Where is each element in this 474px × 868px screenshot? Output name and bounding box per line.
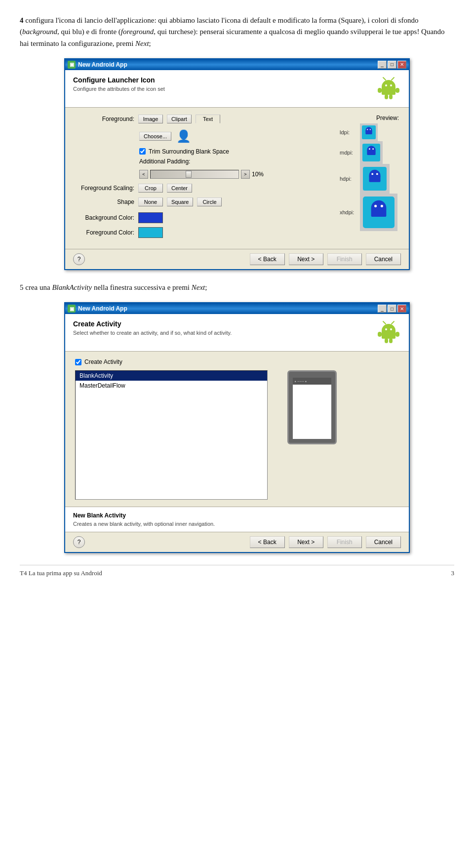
android-logo-container <box>376 76 401 102</box>
svg-rect-12 <box>365 130 372 134</box>
shape-circle-button[interactable]: Circle <box>197 197 222 206</box>
dialog2-content: Create Activity BlankActivity MasterDeta… <box>65 352 409 507</box>
create-activity-checkbox[interactable] <box>75 359 81 365</box>
shape-none-button[interactable]: None <box>138 197 163 206</box>
shape-row: Shape None Square Circle <box>75 197 335 206</box>
foreground-row: Foreground: Image Clipart Text <box>75 115 335 123</box>
tab-clipart-button[interactable]: Clipart <box>167 115 192 123</box>
svg-rect-17 <box>367 150 375 155</box>
dialog1-header-title: Configure Launcher Icon <box>73 76 165 84</box>
dialog2-minimize-button[interactable]: _ <box>378 305 387 313</box>
create-activity-row: Create Activity <box>75 358 399 365</box>
shape-square-button[interactable]: Square <box>167 197 193 206</box>
phone-screen <box>293 385 331 439</box>
slider-left-button[interactable]: < <box>139 170 148 179</box>
shape-label: Shape <box>75 198 134 205</box>
dialog2-header: Create Activity Select whether to create… <box>65 314 409 352</box>
left-panel: Foreground: Image Clipart Text Choose...… <box>75 115 335 242</box>
back-button[interactable]: < Back <box>250 253 285 265</box>
dialog2-title-icon: ▣ <box>68 305 76 313</box>
step5-intro: 5 crea una BlankActivity nella finestra … <box>20 282 454 293</box>
fg-color-row: Foreground Color: <box>75 227 335 238</box>
step4-number: 4 <box>20 16 24 24</box>
svg-rect-22 <box>369 175 380 182</box>
close-button[interactable]: ✕ <box>397 61 406 69</box>
new-blank-section: New Blank Activity Creates a new blank a… <box>65 507 409 532</box>
titlebar-left: ▣ New Android App <box>68 61 127 69</box>
trim-label: Trim Surrounding Blank Space <box>149 148 229 155</box>
right-panel: Preview: ldpi: <box>335 115 399 242</box>
titlebar-buttons: _ □ ✕ <box>378 61 406 69</box>
mdpi-preview-row: mdpi: <box>340 141 399 164</box>
dialog-configure-launcher: ▣ New Android App _ □ ✕ Configure Launch… <box>64 58 410 270</box>
scaling-label: Foreground Scaling: <box>75 185 134 192</box>
step5-text: crea una BlankActivity nella finestra su… <box>25 283 207 291</box>
dialog2-maximize-button[interactable]: □ <box>388 305 396 313</box>
crop-button[interactable]: Crop <box>138 184 163 193</box>
ldpi-android-icon <box>362 125 376 139</box>
ldpi-label: ldpi: <box>340 129 357 135</box>
svg-line-5 <box>392 78 394 80</box>
blank-activity-item[interactable]: BlankActivity <box>76 371 267 381</box>
svg-point-33 <box>390 328 392 330</box>
slider-track[interactable] <box>150 170 239 179</box>
mdpi-label: mdpi: <box>340 150 357 156</box>
android-logo2-icon <box>376 320 401 345</box>
dialog2-help-button[interactable]: ? <box>73 536 85 548</box>
svg-rect-7 <box>395 88 399 93</box>
svg-rect-38 <box>385 338 388 343</box>
dialog1-content: Foreground: Image Clipart Text Choose...… <box>65 108 409 249</box>
tab-text-button[interactable]: Text <box>196 115 220 123</box>
svg-line-4 <box>383 78 386 80</box>
padding-row: Additional Padding: <box>139 158 335 165</box>
create-activity-label: Create Activity <box>84 358 122 365</box>
trim-row: Trim Surrounding Blank Space <box>139 148 335 155</box>
trim-checkbox[interactable] <box>139 148 146 155</box>
mdpi-android-icon <box>362 144 380 161</box>
choose-button[interactable]: Choose... <box>139 132 171 141</box>
svg-rect-39 <box>389 338 393 343</box>
dialog2-next-button[interactable]: Next > <box>289 536 323 548</box>
bg-color-row: Background Color: <box>75 212 335 223</box>
bg-color-swatch[interactable] <box>138 212 163 223</box>
svg-line-35 <box>392 321 394 324</box>
dialog2-back-button[interactable]: < Back <box>250 536 285 548</box>
next-button[interactable]: Next > <box>289 253 323 265</box>
slider-right-button[interactable]: > <box>241 170 250 179</box>
dialog2-title: New Android App <box>78 305 127 312</box>
maximize-button[interactable]: □ <box>388 61 396 69</box>
center-button[interactable]: Center <box>167 184 192 193</box>
dialog2-close-button[interactable]: ✕ <box>397 305 406 313</box>
svg-point-14 <box>370 129 371 130</box>
tab-image-button[interactable]: Image <box>138 115 163 123</box>
dialog1-header: Configure Launcher Icon Configure the at… <box>65 70 409 108</box>
hdpi-android-icon <box>363 167 387 191</box>
dialog2-footer: ? < Back Next > Finish Cancel <box>65 532 409 552</box>
padding-label: Additional Padding: <box>139 158 190 165</box>
svg-point-19 <box>372 148 374 150</box>
preview-label: Preview: <box>340 115 399 121</box>
android-logo2-container <box>376 320 401 346</box>
help-button[interactable]: ? <box>73 253 85 265</box>
xhdpi-label: xhdpi: <box>340 209 357 215</box>
master-detail-flow-item[interactable]: MasterDetailFlow <box>76 381 267 391</box>
dialog1-titlebar: ▣ New Android App _ □ ✕ <box>65 59 409 70</box>
mdpi-preview-box <box>360 141 383 164</box>
activity-list: BlankActivity MasterDetailFlow <box>75 370 268 500</box>
dialog1-footer: ? < Back Next > Finish Cancel <box>65 249 409 269</box>
footer-right: 3 <box>451 569 455 577</box>
svg-point-29 <box>381 204 383 207</box>
slider-thumb <box>186 171 192 178</box>
cancel-button[interactable]: Cancel <box>366 253 401 265</box>
android-logo-icon <box>376 76 401 101</box>
dialog2-footer-buttons: < Back Next > Finish Cancel <box>250 536 401 548</box>
svg-line-34 <box>383 321 386 324</box>
svg-point-3 <box>390 84 392 86</box>
new-blank-title: New Blank Activity <box>73 512 401 519</box>
dialog1-title: New Android App <box>78 61 127 68</box>
fg-color-swatch[interactable] <box>138 227 163 238</box>
minimize-button[interactable]: _ <box>378 61 387 69</box>
dialog2-cancel-button[interactable]: Cancel <box>366 536 401 548</box>
dialog1-header-text: Configure Launcher Icon Configure the at… <box>73 76 165 92</box>
svg-point-23 <box>371 173 373 175</box>
